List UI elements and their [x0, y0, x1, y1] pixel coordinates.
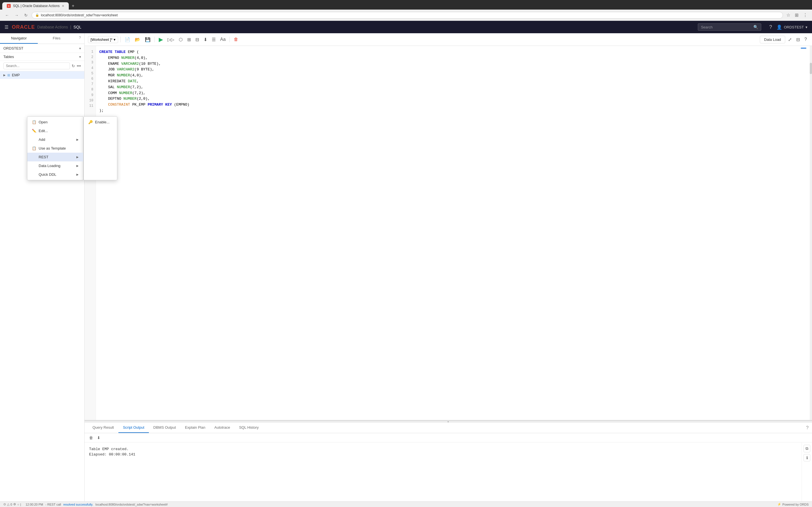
more-options-button[interactable]: ••• — [77, 64, 81, 68]
download-button[interactable]: ⬇ — [202, 36, 209, 43]
menu-item-quick-ddl[interactable]: Quick DDL ▶ — [28, 170, 83, 179]
scroll-thumb[interactable] — [810, 63, 812, 74]
results-tabs: Query Result Script Output DBMS Output E… — [85, 422, 812, 433]
menu-item-open[interactable]: 📋 Open — [28, 118, 83, 126]
menu-item-data-loading[interactable]: Data Loading ▶ — [28, 161, 83, 170]
quick-ddl-submenu-arrow: ▶ — [77, 173, 79, 176]
run-button[interactable]: ▶ — [157, 35, 165, 44]
tab-close-button[interactable]: ✕ — [62, 4, 64, 8]
code-content[interactable]: CREATE TABLE EMP ( EMPNO NUMBER(4,0), EN… — [96, 46, 812, 420]
header-search[interactable]: 🔍 — [698, 23, 761, 31]
lines-button[interactable]: ☰ — [210, 36, 217, 43]
submenu-item-enable[interactable]: 🔑 Enable... — [84, 118, 117, 126]
address-text: localhost:8080/ords/ordstest/_sdw/?nav=w… — [41, 13, 118, 17]
status-cloud-icon: ⊙ — [3, 503, 6, 506]
sidebar-schema[interactable]: ORDSTEST ▾ — [0, 44, 84, 53]
open-icon: 📋 — [32, 120, 36, 124]
address-bar[interactable]: 🔒 localhost:8080/ords/ordstest/_sdw/?nav… — [32, 12, 783, 18]
browser-menu-button[interactable]: ⋮ — [802, 11, 809, 19]
status-rest-prefix: - REST call — [45, 503, 61, 506]
header-pipe: | — [70, 25, 71, 29]
results-help-button[interactable]: ? — [806, 425, 809, 431]
reload-button[interactable]: ↻ — [22, 12, 29, 18]
open-file-button[interactable]: 📂 — [133, 36, 142, 43]
active-tab[interactable]: S SQL | Oracle Database Actions ✕ — [2, 2, 69, 10]
text-size-button[interactable]: Aa — [218, 36, 227, 43]
editor-area: [Worksheet ]* ▾ 📄 📂 💾 ▶ ▷▷ ⬡ ⊞ ⊟ ⬇ ☰ Aa … — [85, 33, 812, 501]
status-rest-link[interactable]: resolved successfully. — [63, 503, 93, 506]
line-num-7: 7 — [85, 82, 96, 87]
menu-item-add[interactable]: Add ▶ — [28, 135, 83, 144]
back-button[interactable]: ← — [3, 12, 11, 18]
data-loading-submenu-arrow: ▶ — [77, 164, 79, 167]
enable-icon: 🔑 — [88, 120, 93, 124]
data-load-button[interactable]: Data Load — [760, 36, 785, 43]
tab-dbms-output[interactable]: DBMS Output — [149, 422, 181, 433]
type-name: Tables — [3, 55, 14, 59]
line-num-3: 3 — [85, 60, 96, 65]
schema-dropdown-icon[interactable]: ▾ — [79, 47, 81, 50]
info-result-button[interactable]: ℹ — [804, 454, 810, 461]
status-time: 12:00:20 PM — [26, 503, 43, 506]
tab-script-output[interactable]: Script Output — [118, 422, 149, 433]
search-icon[interactable]: 🔍 — [753, 25, 758, 29]
sidebar-search-input[interactable] — [3, 62, 70, 69]
tab-files[interactable]: Files — [38, 33, 75, 44]
format-button[interactable]: ⊟ — [194, 36, 201, 43]
menu-item-edit[interactable]: ✏️ Edit... — [28, 126, 83, 135]
status-url: localhost:8080/ords/ordstest/_sdw/?nav=w… — [96, 503, 168, 506]
menu-item-rest[interactable]: REST ▶ — [28, 153, 83, 161]
worksheet-selector[interactable]: [Worksheet ]* ▾ — [88, 36, 118, 43]
tab-autotrace[interactable]: Autotrace — [210, 422, 235, 433]
sidebar-help-button[interactable]: ? — [75, 33, 84, 44]
schema-name: ORDSTEST — [3, 46, 23, 50]
expand-button[interactable]: ⤢ — [786, 36, 794, 43]
help-button[interactable]: ? — [769, 24, 772, 30]
user-label: ORDSTEST — [784, 25, 804, 29]
tab-query-result[interactable]: Query Result — [88, 422, 118, 433]
refresh-button[interactable]: ↻ — [71, 64, 75, 68]
sidebar-search-bar: ↻ ••• — [0, 61, 84, 71]
editor-help-button[interactable]: ? — [803, 36, 809, 43]
type-dropdown-icon[interactable]: ▾ — [79, 55, 81, 59]
split-view-button[interactable]: ⊟ — [795, 36, 802, 43]
browser-nav: ← → ↻ 🔒 localhost:8080/ords/ordstest/_sd… — [0, 10, 812, 21]
forward-button[interactable]: → — [13, 12, 20, 18]
user-icon: 👤 — [776, 24, 782, 30]
tab-navigator[interactable]: Navigator — [0, 33, 38, 44]
status-info-icon: ⚙ — [13, 503, 16, 506]
search-input[interactable] — [701, 25, 752, 29]
menu-data-loading-label: Data Loading — [39, 164, 60, 168]
scrollbar[interactable] — [810, 46, 812, 420]
save-file-button[interactable]: 💾 — [143, 36, 152, 43]
bookmark-button[interactable]: ☆ — [785, 11, 792, 19]
tab-explain-plan[interactable]: Explain Plan — [181, 422, 210, 433]
hamburger-menu[interactable]: ☰ — [4, 24, 8, 30]
new-file-button[interactable]: 📄 — [123, 36, 132, 43]
code-editor[interactable]: 1 2 3 4 5 6 7 8 9 10 11 CREATE TABLE EMP… — [85, 46, 812, 421]
new-tab-button[interactable]: + — [69, 2, 77, 10]
oracle-logo: ORACLE Database Actions | SQL — [12, 24, 82, 30]
tab-label: SQL | Oracle Database Actions — [13, 4, 59, 8]
results-delete-button[interactable]: 🗑 — [88, 435, 94, 441]
explain-plan-button[interactable]: ⬡ — [177, 36, 185, 43]
user-menu[interactable]: 👤 ORDSTEST ▾ — [776, 24, 808, 30]
copy-result-button[interactable]: ⧉ — [804, 445, 810, 452]
worksheet-selector-label: [Worksheet ]* — [91, 38, 112, 42]
tree-item-label: EMP — [12, 73, 20, 77]
results-toolbar: 🗑 ⬇ — [85, 433, 812, 443]
tree-item-emp[interactable]: ▶ ⊞ EMP — [0, 71, 84, 79]
line-num-2: 2 — [85, 55, 96, 60]
results-download-button[interactable]: ⬇ — [96, 435, 101, 441]
delete-button[interactable]: 🗑 — [232, 36, 240, 43]
status-warning-icon: △ — [7, 503, 9, 506]
autotrace-button[interactable]: ⊞ — [186, 36, 193, 43]
toolbar-separator-1 — [120, 37, 121, 42]
tab-sql-history[interactable]: SQL History — [235, 422, 263, 433]
sidebar-type[interactable]: Tables ▾ — [0, 53, 84, 61]
browser-actions: ☆ ⊞ ⋮ — [785, 11, 809, 19]
menu-item-template[interactable]: 📋 Use as Template — [28, 144, 83, 153]
sidebar-tabs: Navigator Files ? — [0, 33, 84, 44]
extensions-button[interactable]: ⊞ — [794, 11, 800, 19]
run-script-button[interactable]: ▷▷ — [166, 36, 176, 43]
